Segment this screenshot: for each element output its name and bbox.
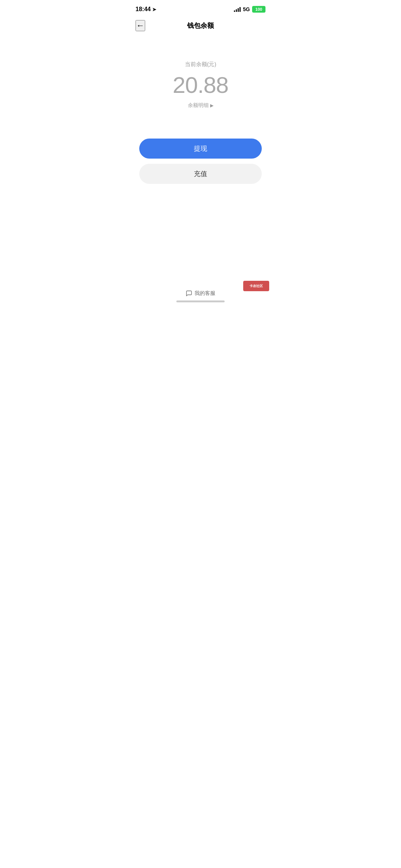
signal-bar-3: [238, 8, 239, 12]
balance-amount: 20.88: [173, 72, 228, 98]
status-bar: 18:44 ➤ 5G 100: [128, 0, 273, 16]
balance-section: 当前余额(元) 20.88 余额明细 ▶: [173, 61, 228, 109]
customer-service-icon: [186, 290, 192, 297]
customer-service-label: 我的客服: [195, 290, 215, 297]
recharge-button[interactable]: 充值: [139, 164, 262, 184]
home-indicator: [176, 300, 225, 302]
back-button[interactable]: ←: [136, 20, 145, 31]
signal-bar-2: [236, 9, 237, 12]
page-title: 钱包余额: [187, 21, 214, 30]
time-display: 18:44: [136, 6, 151, 13]
customer-service-link[interactable]: 我的客服: [186, 290, 215, 297]
signal-bar-1: [234, 10, 235, 12]
balance-detail-label: 余额明细: [188, 102, 209, 109]
balance-detail-link[interactable]: 余额明细 ▶: [188, 102, 213, 109]
location-icon: ➤: [152, 7, 156, 12]
main-content: 当前余额(元) 20.88 余额明细 ▶ 提现 充值: [128, 35, 273, 313]
recharge-label: 充值: [194, 169, 207, 178]
status-time: 18:44 ➤: [136, 6, 156, 13]
withdraw-button[interactable]: 提现: [139, 139, 262, 159]
back-icon: ←: [136, 21, 144, 30]
watermark: 卡农社区: [243, 281, 269, 291]
battery-indicator: 100: [252, 6, 265, 13]
nav-bar: ← 钱包余额: [128, 16, 273, 35]
signal-icon: [234, 7, 241, 12]
watermark-text: 卡农社区: [250, 284, 263, 289]
action-buttons: 提现 充值: [139, 139, 262, 184]
bottom-area: 我的客服: [128, 290, 273, 302]
battery-level: 100: [255, 7, 262, 12]
balance-label: 当前余额(元): [185, 61, 216, 68]
chevron-right-icon: ▶: [210, 103, 213, 108]
signal-bar-4: [239, 7, 241, 12]
network-type: 5G: [243, 6, 250, 12]
status-right: 5G 100: [234, 6, 265, 13]
withdraw-label: 提现: [194, 144, 207, 153]
